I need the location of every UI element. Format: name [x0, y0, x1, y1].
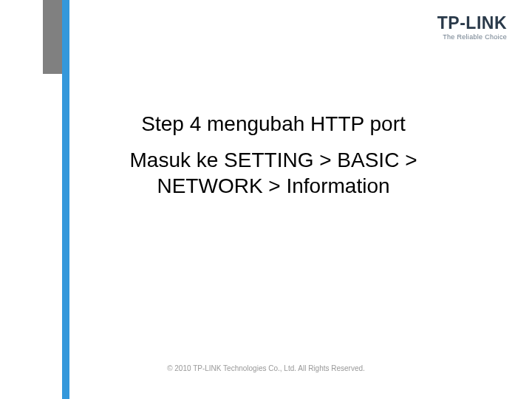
- footer-copyright: © 2010 TP-LINK Technologies Co., Ltd. Al…: [0, 364, 532, 372]
- slide-body: Masuk ke SETTING > BASIC > NETWORK > Inf…: [111, 147, 436, 199]
- brand-logo: TP-LINK The Reliable Choice: [437, 15, 507, 41]
- decor-stripe-blue: [62, 0, 69, 399]
- brand-tagline: The Reliable Choice: [437, 33, 507, 41]
- brand-name: TP-LINK: [437, 15, 507, 32]
- slide: TP-LINK The Reliable Choice Step 4 mengu…: [0, 0, 532, 399]
- decor-stripe-gray: [43, 0, 62, 74]
- slide-title: Step 4 mengubah HTTP port: [111, 111, 436, 137]
- content-block: Step 4 mengubah HTTP port Masuk ke SETTI…: [111, 111, 436, 199]
